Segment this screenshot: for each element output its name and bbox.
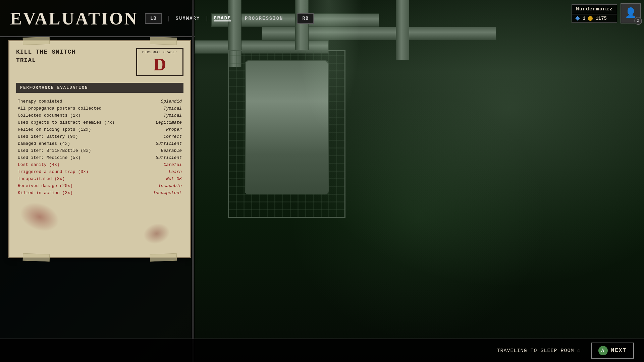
performance-section-header: PERFORMANCE EVALUATION — [16, 83, 183, 93]
traveling-notice: TRAVELING TO SLEEP ROOM ⌂ — [497, 348, 581, 354]
user-level-badge: 2 — [635, 17, 642, 25]
next-label: NEXT — [611, 348, 627, 354]
tape-top-left — [23, 37, 50, 45]
nav-line — [0, 36, 195, 37]
page-title: EVALUATION — [0, 9, 138, 28]
tape-top-right — [150, 37, 177, 45]
grade-box: PERSONAL GRADE: D — [136, 48, 183, 76]
a-button-icon: A — [598, 346, 608, 355]
grade-value: D — [142, 56, 177, 73]
perf-label-4: Relied on hiding spots (12x) — [18, 127, 166, 132]
gem-icon — [575, 16, 580, 21]
personal-grade-label: PERSONAL GRADE: — [142, 51, 177, 54]
perf-value-8: Sufficient — [156, 155, 182, 160]
perf-label-6: Damaged enemies (4x) — [18, 141, 156, 146]
perf-value-7: Bearable — [161, 148, 182, 153]
perf-row-0: Therapy completedSplendid — [16, 98, 183, 105]
perf-label-9: Lost sanity (4x) — [18, 162, 163, 167]
perf-label-8: Used item: Medicine (5x) — [18, 155, 156, 160]
perf-value-10: Learn — [169, 169, 182, 174]
home-icon: ⌂ — [578, 348, 581, 354]
perf-row-6: Damaged enemies (4x)Sufficient — [16, 140, 183, 147]
perf-value-12: Incapable — [158, 183, 182, 188]
perf-row-5: Used item: Battery (9x)Correct — [16, 133, 183, 140]
blood-stain-1 — [16, 197, 63, 236]
perf-label-7: Used item: Brick/Bottle (8x) — [18, 148, 161, 153]
nav-lb-button[interactable]: LB — [145, 13, 162, 24]
coin-icon — [588, 16, 593, 21]
perf-row-4: Relied on hiding spots (12x)Proper — [16, 126, 183, 133]
bottom-bar: TRAVELING TO SLEEP ROOM ⌂ A NEXT — [0, 339, 644, 362]
perf-value-3: Legitimate — [156, 120, 182, 125]
perf-value-2: Typical — [163, 113, 182, 118]
perf-row-10: Triggered a sound trap (3x)Learn — [16, 168, 183, 175]
mission-info: KILL THE SNITCH TRIAL — [16, 48, 75, 65]
nav-sep-3: | — [236, 15, 240, 22]
perf-value-9: Careful — [163, 162, 182, 167]
perf-row-13: Killed in action (3x)Incompetent — [16, 189, 183, 196]
nav-bar: EVALUATION LB | SUMMARY | GRADE | PROGRE… — [0, 0, 644, 37]
perf-label-11: Incapacitated (3x) — [18, 176, 166, 181]
user-info-panel: Murdermanzz 1 1175 👤 2 — [572, 3, 641, 23]
nav-sep-1: | — [167, 15, 171, 22]
perf-value-1: Typical — [163, 106, 182, 111]
user-name-box: Murdermanzz 1 1175 — [572, 4, 617, 23]
perf-label-10: Triggered a sound trap (3x) — [18, 169, 169, 174]
mission-name: KILL THE SNITCH — [16, 48, 75, 56]
perf-row-12: Received damage (20x)Incapable — [16, 182, 183, 189]
blood-stain-2 — [141, 221, 172, 247]
perf-row-3: Used objects to distract enemies (7x)Leg… — [16, 119, 183, 126]
mission-header: KILL THE SNITCH TRIAL PERSONAL GRADE: D — [16, 48, 183, 76]
perf-label-5: Used item: Battery (9x) — [18, 134, 163, 139]
mission-type: TRIAL — [16, 56, 75, 65]
perf-row-8: Used item: Medicine (5x)Sufficient — [16, 154, 183, 161]
perf-label-0: Therapy completed — [18, 99, 161, 104]
perf-row-2: Collected documents (1x)Typical — [16, 112, 183, 119]
panel-divider — [192, 0, 194, 362]
perf-value-0: Splendid — [161, 99, 182, 104]
nav-sep-4: | — [288, 15, 292, 22]
nav-rb-button[interactable]: RB — [297, 13, 314, 24]
perf-row-11: Incapacitated (3x)Not OK — [16, 175, 183, 182]
tab-grade[interactable]: GRADE — [214, 15, 231, 21]
perf-value-11: Not OK — [166, 176, 182, 181]
nav-sep-2: | — [205, 15, 209, 22]
perf-value-4: Proper — [166, 127, 182, 132]
tape-bottom-right — [150, 253, 177, 262]
document-panel: KILL THE SNITCH TRIAL PERSONAL GRADE: D … — [8, 40, 191, 258]
perf-label-12: Received damage (20x) — [18, 183, 158, 188]
nav-tabs: LB | SUMMARY | GRADE | PROGRESSION | RB — [145, 13, 314, 24]
performance-table: Therapy completedSplendidAll propaganda … — [16, 98, 183, 196]
perf-value-5: Correct — [163, 134, 182, 139]
perf-label-2: Collected documents (1x) — [18, 113, 163, 118]
perf-value-13: Incompetent — [153, 190, 182, 195]
tab-progression[interactable]: PROGRESSION — [245, 16, 283, 21]
tab-summary[interactable]: SUMMARY — [176, 16, 200, 21]
username-display: Murdermanzz — [572, 4, 617, 14]
avatar-silhouette-icon: 👤 — [625, 9, 637, 18]
coin-count: 1175 — [595, 16, 607, 21]
user-avatar[interactable]: 👤 2 — [621, 3, 641, 23]
traveling-text: TRAVELING TO SLEEP ROOM — [497, 348, 574, 354]
currency-display: 1 1175 — [572, 14, 617, 23]
perf-label-3: Used objects to distract enemies (7x) — [18, 120, 156, 125]
perf-row-1: All propaganda posters collectedTypical — [16, 105, 183, 112]
next-button[interactable]: A NEXT — [591, 343, 634, 359]
perf-label-1: All propaganda posters collected — [18, 106, 163, 111]
perf-value-6: Sufficient — [156, 141, 182, 146]
perf-row-7: Used item: Brick/Bottle (8x)Bearable — [16, 147, 183, 154]
perf-row-9: Lost sanity (4x)Careful — [16, 161, 183, 168]
gem-count: 1 — [583, 16, 585, 21]
tape-bottom-left — [23, 253, 50, 262]
perf-label-13: Killed in action (3x) — [18, 190, 153, 195]
